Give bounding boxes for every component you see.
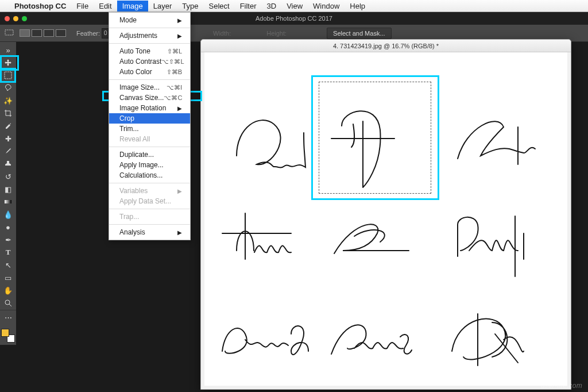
submenu-arrow-icon: ▶ bbox=[177, 105, 182, 112]
feather-label: Feather: bbox=[76, 29, 100, 36]
menu-image-size[interactable]: Image Size...⌥⌘I bbox=[109, 82, 190, 93]
svg-line-4 bbox=[9, 304, 11, 306]
menu-app[interactable]: Photoshop CC bbox=[9, 1, 71, 11]
menu-filter[interactable]: Filter bbox=[235, 1, 262, 11]
menu-edit[interactable]: Edit bbox=[94, 1, 117, 11]
menu-calculations[interactable]: Calculations... bbox=[109, 170, 190, 180]
workspace: » ✨ ✚ ↺ ◧ 💧 ● ✒ T ↖ ▭ bbox=[0, 42, 588, 392]
menu-duplicate[interactable]: Duplicate... bbox=[109, 149, 190, 160]
brush-tool-icon[interactable] bbox=[2, 145, 14, 157]
select-add-icon[interactable] bbox=[32, 29, 42, 37]
history-brush-tool-icon[interactable]: ↺ bbox=[2, 171, 14, 182]
menu-3d[interactable]: 3D bbox=[262, 1, 282, 11]
blur-tool-icon[interactable]: 💧 bbox=[2, 209, 14, 220]
maximize-icon[interactable] bbox=[22, 16, 27, 21]
window-controls[interactable] bbox=[0, 16, 27, 21]
marquee-tool-icon[interactable] bbox=[2, 70, 14, 81]
gradient-tool-icon[interactable] bbox=[2, 196, 14, 207]
menu-type[interactable]: Type bbox=[177, 1, 203, 11]
svg-rect-0 bbox=[5, 30, 13, 35]
menu-apply-data-set: Apply Data Set... bbox=[109, 196, 190, 206]
tool-preset-icon[interactable] bbox=[3, 27, 16, 40]
signature-8 bbox=[331, 325, 412, 354]
type-tool-icon[interactable]: T bbox=[2, 247, 14, 258]
signature-5 bbox=[334, 224, 409, 253]
submenu-arrow-icon: ▶ bbox=[177, 17, 182, 24]
select-subtract-icon[interactable] bbox=[44, 29, 54, 37]
close-icon[interactable] bbox=[5, 16, 10, 21]
menu-separator bbox=[109, 183, 190, 183]
image-menu-dropdown: Mode▶ Adjustments▶ Auto Tone⇧⌘L Auto Con… bbox=[109, 12, 191, 240]
document-canvas[interactable] bbox=[204, 52, 567, 386]
document-titlebar[interactable]: 4. 731423419.jpg @ 16.7% (RGB/8) * bbox=[201, 40, 571, 52]
menu-adjustments[interactable]: Adjustments▶ bbox=[109, 30, 190, 41]
menu-mode[interactable]: Mode▶ bbox=[109, 15, 190, 25]
edit-toolbar-icon[interactable]: ⋯ bbox=[2, 312, 14, 323]
signature-9 bbox=[452, 314, 524, 366]
foreground-color[interactable] bbox=[1, 329, 9, 337]
menu-auto-tone[interactable]: Auto Tone⇧⌘L bbox=[109, 46, 190, 56]
color-swatches[interactable] bbox=[1, 329, 15, 343]
submenu-arrow-icon: ▶ bbox=[177, 33, 182, 39]
menu-image[interactable]: Image bbox=[117, 1, 148, 11]
menu-separator bbox=[109, 28, 190, 28]
crop-tool-icon[interactable] bbox=[2, 107, 14, 119]
menu-layer[interactable]: Layer bbox=[148, 1, 177, 11]
minimize-icon[interactable] bbox=[13, 16, 18, 21]
menu-separator bbox=[109, 79, 190, 80]
signature-6 bbox=[458, 216, 524, 276]
menu-window[interactable]: Window bbox=[308, 1, 345, 11]
menu-trap: Trap... bbox=[109, 212, 190, 222]
menu-view[interactable]: View bbox=[281, 1, 308, 11]
zoom-tool-icon[interactable] bbox=[2, 297, 14, 309]
document-window: 4. 731423419.jpg @ 16.7% (RGB/8) * bbox=[200, 39, 571, 390]
select-and-mask-button[interactable]: Select and Mask... bbox=[327, 28, 392, 39]
signature-7 bbox=[222, 326, 308, 355]
selection-mode-group bbox=[20, 29, 66, 37]
menu-trim[interactable]: Trim... bbox=[109, 124, 190, 134]
menu-auto-color[interactable]: Auto Color⇧⌘B bbox=[109, 67, 190, 77]
menu-apply-image[interactable]: Apply Image... bbox=[109, 160, 190, 170]
svg-rect-2 bbox=[5, 200, 11, 203]
selection-marquee bbox=[319, 82, 431, 194]
menu-separator bbox=[109, 209, 190, 209]
width-label: Width: bbox=[213, 30, 231, 37]
toolbar-divider bbox=[0, 310, 16, 310]
signature-4 bbox=[222, 213, 291, 259]
eraser-tool-icon[interactable]: ◧ bbox=[2, 183, 14, 195]
select-new-icon[interactable] bbox=[20, 29, 30, 37]
svg-rect-1 bbox=[5, 72, 11, 79]
magic-wand-tool-icon[interactable]: ✨ bbox=[2, 95, 14, 106]
stamp-tool-icon[interactable] bbox=[2, 158, 14, 170]
menu-select[interactable]: Select bbox=[203, 1, 234, 11]
move-tool-icon[interactable] bbox=[2, 57, 14, 68]
shape-tool-icon[interactable]: ▭ bbox=[2, 272, 14, 283]
menu-file[interactable]: File bbox=[71, 1, 94, 11]
menu-image-rotation[interactable]: Image Rotation▶ bbox=[109, 103, 190, 113]
eyedropper-tool-icon[interactable] bbox=[2, 120, 14, 132]
double-arrow-icon[interactable]: » bbox=[2, 44, 14, 56]
pen-tool-icon[interactable]: ✒ bbox=[2, 234, 14, 245]
menu-separator bbox=[109, 43, 190, 44]
app-titlebar: Adobe Photoshop CC 2017 bbox=[0, 12, 588, 25]
hand-tool-icon[interactable]: ✋ bbox=[2, 285, 14, 296]
menu-auto-contrast[interactable]: Auto Contrast⌥⇧⌘L bbox=[109, 56, 190, 67]
menu-canvas-size[interactable]: Canvas Size...⌥⌘C bbox=[109, 93, 190, 103]
menu-variables: Variables▶ bbox=[109, 186, 190, 196]
menu-analysis[interactable]: Analysis▶ bbox=[109, 227, 190, 237]
document-title: 4. 731423419.jpg @ 16.7% (RGB/8) * bbox=[333, 43, 439, 49]
select-intersect-icon[interactable] bbox=[56, 29, 66, 37]
signature-3 bbox=[458, 121, 535, 164]
path-selection-tool-icon[interactable]: ↖ bbox=[2, 259, 14, 271]
lasso-tool-icon[interactable] bbox=[2, 82, 14, 94]
menu-help[interactable]: Help bbox=[345, 1, 370, 11]
menu-crop[interactable]: Crop bbox=[109, 113, 190, 124]
menu-reveal-all: Reveal All bbox=[109, 134, 190, 144]
dodge-tool-icon[interactable]: ● bbox=[2, 221, 14, 233]
submenu-arrow-icon: ▶ bbox=[177, 188, 182, 194]
signature-1 bbox=[237, 120, 305, 167]
app-title: Adobe Photoshop CC 2017 bbox=[256, 15, 332, 22]
menu-separator bbox=[109, 224, 190, 225]
toolbar: » ✨ ✚ ↺ ◧ 💧 ● ✒ T ↖ ▭ bbox=[0, 42, 16, 345]
healing-brush-tool-icon[interactable]: ✚ bbox=[2, 133, 14, 144]
